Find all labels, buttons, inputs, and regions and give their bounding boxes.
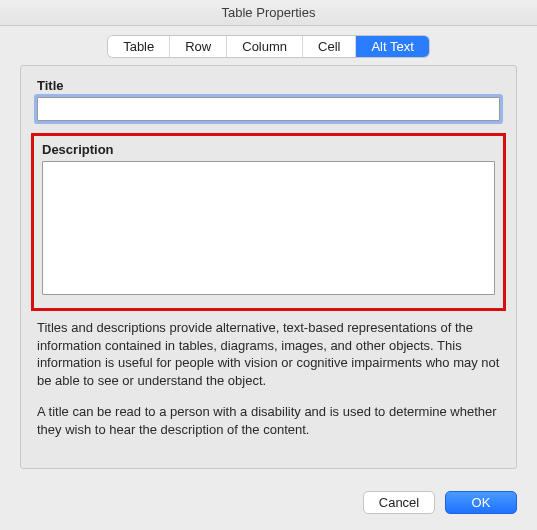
ok-button[interactable]: OK: [445, 491, 517, 514]
tab-column[interactable]: Column: [227, 36, 303, 57]
help-paragraph-1: Titles and descriptions provide alternat…: [37, 319, 500, 389]
description-highlight-box: Description: [31, 133, 506, 311]
help-text: Titles and descriptions provide alternat…: [37, 319, 500, 438]
description-textarea[interactable]: [42, 161, 495, 295]
dialog-footer: Cancel OK: [363, 491, 517, 514]
window-titlebar: Table Properties: [0, 0, 537, 26]
cancel-button[interactable]: Cancel: [363, 491, 435, 514]
tab-table[interactable]: Table: [108, 36, 170, 57]
tab-cell[interactable]: Cell: [303, 36, 356, 57]
title-label: Title: [37, 78, 500, 93]
title-input[interactable]: [37, 97, 500, 121]
segmented-tabs: Table Row Column Cell Alt Text: [108, 36, 429, 57]
tab-row[interactable]: Row: [170, 36, 227, 57]
help-paragraph-2: A title can be read to a person with a d…: [37, 403, 500, 438]
tab-bar: Table Row Column Cell Alt Text: [0, 26, 537, 65]
tab-alt-text[interactable]: Alt Text: [356, 36, 428, 57]
description-label: Description: [42, 142, 495, 157]
window-title: Table Properties: [222, 5, 316, 20]
alt-text-panel: Title Description Titles and description…: [20, 65, 517, 469]
